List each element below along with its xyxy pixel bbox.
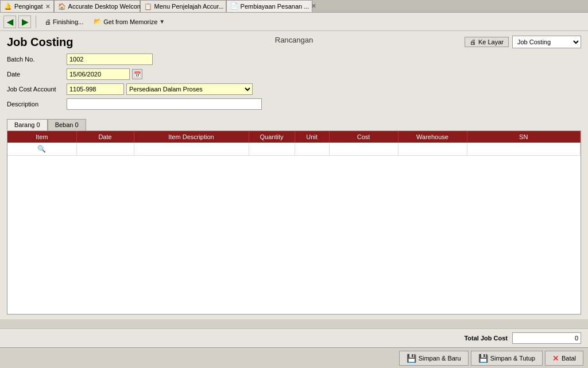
save-close-label: Simpan & Tutup: [490, 355, 535, 362]
page-type-select[interactable]: Job Costing: [513, 38, 581, 46]
col-sn: SN: [467, 131, 581, 143]
row-edit-cell[interactable]: 🔍: [7, 143, 76, 155]
save-new-button[interactable]: 💾 Simpan & Baru: [399, 351, 469, 366]
row-cost-cell[interactable]: [329, 143, 398, 155]
tab-pembiayaan[interactable]: 📄 Pembiayaan Pesanan ... ✕: [226, 0, 312, 12]
tab-section: Barang 0 Beban 0 Item Date Item Descript…: [7, 119, 581, 315]
tab-pembiayaan-label: Pembiayaan Pesanan ...: [241, 3, 310, 10]
page-header: Job Costing Rancangan 🖨 Ke Layar Job Cos…: [7, 36, 581, 49]
description-label: Description: [7, 101, 64, 108]
table-row: 🔍: [7, 143, 581, 155]
row-description-cell[interactable]: [134, 143, 249, 155]
ke-layer-icon: 🖨: [470, 39, 476, 45]
finishing-button[interactable]: 🖨 Finishing...: [41, 17, 87, 27]
save-new-icon: 💾: [407, 354, 416, 363]
forward-button[interactable]: ▶: [18, 16, 31, 28]
job-cost-account-code[interactable]: [67, 83, 124, 95]
row-warehouse-cell[interactable]: [398, 143, 467, 155]
pembiayaan-icon: 📄: [230, 2, 238, 10]
form-area: Batch No. Date 📅 Job Cost Account Persed…: [7, 53, 581, 110]
finishing-icon: 🖨: [45, 18, 51, 25]
col-warehouse: Warehouse: [398, 131, 467, 143]
tab-menu-penjelajah[interactable]: 📋 Menu Penjelajah Accur... ✕: [140, 0, 226, 12]
tab-barang-label: Barang 0: [14, 121, 40, 128]
pengingat-icon: 🔔: [4, 3, 12, 10]
cancel-button[interactable]: ✕ Batal: [545, 351, 583, 366]
items-table-container: Item Date Item Description Quantity Unit…: [7, 131, 581, 315]
col-item: Item: [7, 131, 76, 143]
row-date-cell[interactable]: [76, 143, 134, 155]
col-unit: Unit: [295, 131, 329, 143]
toolbar: ◀ ▶ 🖨 Finishing... 📂 Get from Memorize ▼: [0, 13, 588, 31]
items-table: Item Date Item Description Quantity Unit…: [7, 131, 581, 156]
tab-bar: 🔔 Pengingat ✕ 🏠 Accurate Desktop Welcome…: [0, 0, 588, 13]
edit-icon: 🔍: [37, 145, 46, 153]
date-picker-button[interactable]: 📅: [132, 69, 142, 79]
main-area: Job Costing Rancangan 🖨 Ke Layar Job Cos…: [0, 31, 588, 319]
memorize-dropdown-arrow: ▼: [159, 18, 165, 25]
total-job-cost-label: Total Job Cost: [464, 335, 508, 342]
tab-pengingat-label: Pengingat: [14, 3, 43, 10]
row-quantity-cell[interactable]: [249, 143, 295, 155]
memorize-icon: 📂: [94, 18, 102, 25]
date-row: Date 📅: [7, 68, 581, 80]
save-close-icon: 💾: [478, 354, 488, 363]
tab-beban-label: Beban 0: [55, 121, 79, 128]
tab-menu-label: Menu Penjelajah Accur...: [154, 3, 224, 10]
tab-accurate-desktop[interactable]: 🏠 Accurate Desktop Welcome... ✕: [54, 0, 140, 12]
ke-layer-label: Ke Layar: [478, 39, 504, 45]
top-right-area: 🖨 Ke Layar Job Costing: [465, 36, 581, 48]
batch-no-input[interactable]: [67, 53, 153, 65]
table-header-row: Item Date Item Description Quantity Unit…: [7, 131, 581, 143]
date-label: Date: [7, 71, 64, 78]
tab-pengingat[interactable]: 🔔 Pengingat ✕: [0, 0, 54, 12]
footer: 💾 Simpan & Baru 💾 Simpan & Tutup ✕ Batal: [0, 347, 588, 368]
toolbar-separator: [36, 16, 36, 28]
tab-pembiayaan-close[interactable]: ✕: [311, 3, 316, 9]
date-input[interactable]: [67, 68, 130, 80]
cancel-label: Batal: [562, 355, 576, 362]
tab-accurate-label: Accurate Desktop Welcome...: [68, 3, 152, 10]
col-item-description: Item Description: [134, 131, 249, 143]
accurate-icon: 🏠: [58, 3, 66, 10]
page-title: Job Costing: [7, 36, 74, 49]
row-sn-cell[interactable]: [467, 143, 581, 155]
batch-no-label: Batch No.: [7, 56, 64, 63]
cancel-icon: ✕: [552, 354, 559, 363]
menu-icon: 📋: [144, 3, 152, 10]
job-cost-account-row: Job Cost Account Persediaan Dalam Proses: [7, 83, 581, 95]
batch-no-row: Batch No.: [7, 53, 581, 65]
row-unit-cell[interactable]: [295, 143, 329, 155]
finishing-label: Finishing...: [53, 18, 83, 25]
ke-layer-button[interactable]: 🖨 Ke Layar: [465, 37, 509, 47]
back-button[interactable]: ◀: [3, 16, 16, 28]
save-close-button[interactable]: 💾 Simpan & Tutup: [471, 351, 543, 366]
save-new-label: Simpan & Baru: [419, 355, 461, 362]
tab-buttons: Barang 0 Beban 0: [7, 119, 581, 131]
tab-beban[interactable]: Beban 0: [48, 119, 86, 131]
col-cost: Cost: [329, 131, 398, 143]
total-area: Total Job Cost: [0, 328, 588, 347]
page-status: Rancangan: [275, 36, 314, 44]
tab-barang[interactable]: Barang 0: [7, 119, 48, 131]
col-date: Date: [76, 131, 134, 143]
total-job-cost-input: [512, 332, 581, 344]
description-input[interactable]: [67, 98, 262, 110]
job-cost-account-select[interactable]: Persediaan Dalam Proses: [126, 83, 253, 95]
description-row: Description: [7, 98, 581, 110]
col-quantity: Quantity: [249, 131, 295, 143]
get-from-memorize-button[interactable]: 📂 Get from Memorize ▼: [90, 16, 169, 27]
get-from-memorize-label: Get from Memorize: [103, 18, 157, 25]
page-type-dropdown[interactable]: Job Costing: [512, 36, 581, 48]
tab-pengingat-close[interactable]: ✕: [45, 3, 50, 10]
job-cost-account-select-wrapper: Persediaan Dalam Proses: [126, 83, 253, 95]
job-cost-account-label: Job Cost Account: [7, 86, 64, 93]
